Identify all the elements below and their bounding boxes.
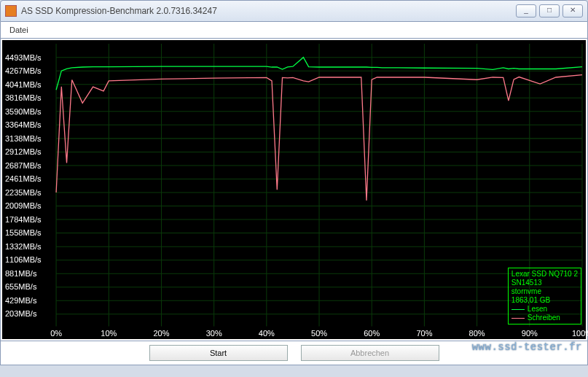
x-tick-label: 40% [259, 329, 275, 338]
x-tick-label: 80% [469, 329, 485, 338]
legend-write: Schreiben [528, 314, 560, 322]
window-title: AS SSD Kompression-Benchmark 2.0.7316.34… [21, 6, 513, 16]
y-tick-label: 1558MB/s [5, 228, 42, 237]
watermark: www.ssd-tester.fr [472, 341, 582, 353]
x-tick-label: 50% [311, 329, 327, 338]
y-tick-label: 2912MB/s [5, 147, 42, 156]
content-area: 203MB/s429MB/s655MB/s881MB/s1106MB/s1332… [0, 39, 588, 341]
y-tick-label: 4493MB/s [5, 53, 42, 62]
y-tick-label: 4041MB/s [5, 80, 42, 89]
y-tick-label: 429MB/s [5, 296, 36, 305]
legend-sn: SN14513 [511, 279, 578, 287]
close-button[interactable]: ✕ [562, 4, 583, 18]
y-tick-label: 2235MB/s [5, 188, 42, 197]
x-tick-label: 70% [416, 329, 432, 338]
y-tick-label: 1332MB/s [5, 242, 42, 251]
y-tick-label: 655MB/s [5, 282, 36, 291]
x-tick-label: 0% [50, 329, 62, 338]
menu-bar: Datei [0, 22, 588, 39]
legend-write-color [511, 318, 525, 319]
y-tick-label: 2461MB/s [5, 174, 42, 183]
y-tick-label: 3138MB/s [5, 134, 42, 143]
title-bar: AS SSD Kompression-Benchmark 2.0.7316.34… [0, 0, 588, 22]
x-tick-label: 20% [153, 329, 169, 338]
y-tick-label: 3590MB/s [5, 107, 42, 116]
start-button[interactable]: Start [149, 345, 288, 361]
legend-box: Lexar SSD NQ710 2 SN14513 stornvme 1863,… [508, 268, 581, 324]
y-tick-label: 3364MB/s [5, 120, 42, 129]
x-tick-label: 60% [364, 329, 380, 338]
y-tick-label: 1784MB/s [5, 215, 42, 224]
legend-read-color [511, 309, 525, 310]
legend-driver: stornvme [511, 287, 578, 296]
y-tick-label: 203MB/s [5, 309, 36, 318]
x-tick-label: 10% [101, 329, 117, 338]
y-tick-label: 2009MB/s [5, 201, 42, 210]
y-tick-label: 1106MB/s [5, 255, 42, 264]
x-tick-label: 100% [572, 329, 588, 338]
menu-datei[interactable]: Datei [9, 26, 28, 34]
legend-size: 1863,01 GB [511, 296, 578, 305]
y-tick-label: 881MB/s [5, 269, 36, 278]
chart-svg [2, 40, 586, 340]
minimize-button[interactable]: _ [516, 4, 536, 18]
y-tick-label: 2687MB/s [5, 161, 42, 170]
legend-read: Lesen [528, 305, 547, 314]
x-tick-label: 90% [522, 329, 538, 338]
x-tick-label: 30% [206, 329, 222, 338]
maximize-button[interactable]: □ [539, 4, 560, 18]
legend-device: Lexar SSD NQ710 2 [511, 270, 578, 279]
y-tick-label: 3816MB/s [5, 93, 42, 102]
y-tick-label: 4267MB/s [5, 66, 42, 75]
chart-area: 203MB/s429MB/s655MB/s881MB/s1106MB/s1332… [2, 40, 586, 339]
abort-button[interactable]: Abbrechen [301, 345, 439, 361]
app-icon [5, 5, 17, 17]
